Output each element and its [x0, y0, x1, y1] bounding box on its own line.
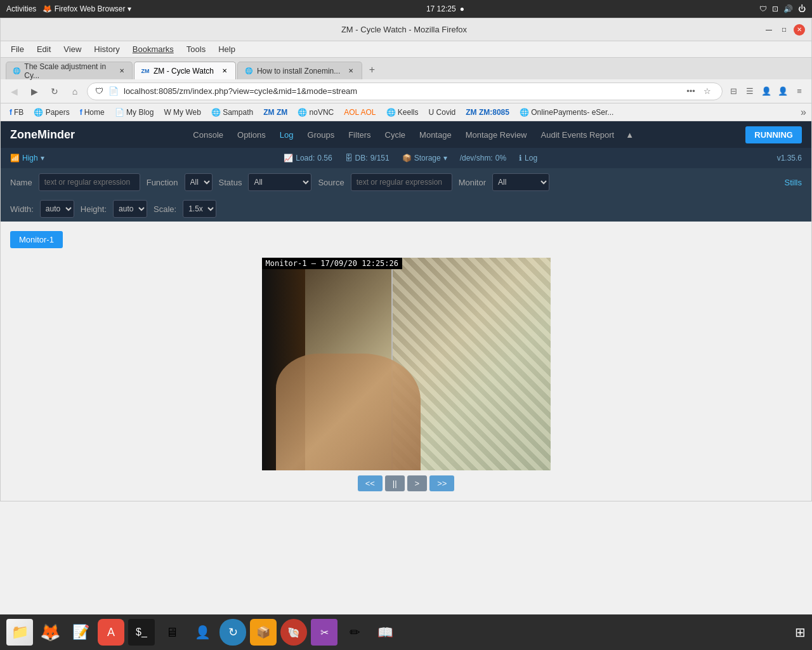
menu-file[interactable]: File [6, 43, 29, 55]
home-button[interactable]: ⌂ [67, 83, 83, 100]
taskbar-users[interactable]: 👤 [189, 619, 216, 646]
close-button[interactable]: ✕ [794, 24, 805, 36]
signal-level[interactable]: High [22, 154, 38, 162]
menu-tools[interactable]: Tools [181, 43, 211, 55]
os-dot: ● [460, 4, 464, 13]
menu-bookmarks[interactable]: Bookmarks [128, 43, 179, 55]
new-tab-button[interactable]: + [363, 62, 380, 78]
bookmark-star-icon[interactable]: ☆ [700, 84, 714, 98]
taskbar-screenshot[interactable]: ✂ [311, 619, 337, 646]
nav-cycle[interactable]: Cycle [379, 127, 412, 143]
back-button[interactable]: ◀ [6, 83, 22, 100]
tab-1[interactable]: 🌐 The Scale adjustment in Cy... ✕ [6, 62, 133, 79]
menu-bar: File Edit View History Bookmarks Tools H… [1, 41, 811, 58]
menu-history[interactable]: History [89, 43, 124, 55]
menu-icon[interactable]: ≡ [792, 84, 806, 98]
taskbar-vbox[interactable]: 🖥 [159, 619, 185, 646]
menu-edit[interactable]: Edit [32, 43, 56, 55]
feed-container: Monitor-1 — 17/09/20 12:25:26 << || > >> [10, 258, 802, 491]
bm-home[interactable]: f Home [76, 107, 108, 118]
nav-caret: ▲ [625, 130, 634, 140]
bm-keells[interactable]: 🌐 Keells [383, 107, 422, 118]
height-select[interactable]: auto [113, 200, 147, 218]
bm-covid[interactable]: U Covid [425, 107, 460, 118]
nav-groups[interactable]: Groups [301, 127, 341, 143]
sound-icon: 🔊 [783, 4, 793, 13]
taskbar-update[interactable]: ↻ [219, 619, 246, 646]
activities-label[interactable]: Activities [6, 4, 36, 13]
nav-filters[interactable]: Filters [342, 127, 377, 143]
taskbar-reader[interactable]: 📖 [372, 619, 398, 646]
monitor1-button[interactable]: Monitor-1 [10, 231, 63, 248]
bm-onlinepayments[interactable]: 🌐 OnlinePayments- eSer... [516, 107, 617, 118]
nav-audit[interactable]: Audit Events Report [535, 127, 621, 143]
taskbar-gedit[interactable]: ✏ [341, 619, 368, 646]
scale-select[interactable]: 1.5x [183, 200, 216, 218]
tab1-close[interactable]: ✕ [118, 67, 126, 76]
tab-2[interactable]: ZM ZM - Cycle Watch ✕ [134, 62, 236, 79]
shm-label: /dev/shm: [460, 154, 493, 162]
title-bar: ZM - Cycle Watch - Mozilla Firefox — □ ✕ [1, 18, 811, 41]
stills-link[interactable]: Stills [785, 178, 802, 187]
forward-button[interactable]: ▶ [26, 83, 43, 100]
nav-montage-review[interactable]: Montage Review [459, 127, 534, 143]
reload-button[interactable]: ↻ [46, 83, 63, 100]
taskbar-anaconda[interactable]: 🐚 [280, 619, 307, 646]
sync-icon[interactable]: 👤 [759, 84, 773, 98]
network-icon: 🛡 [759, 4, 767, 13]
bm-fb[interactable]: f FB [6, 107, 27, 118]
monitor-select[interactable]: All [492, 173, 549, 191]
bm-aol[interactable]: AOL AOL [340, 107, 379, 118]
rewind-button[interactable]: << [358, 475, 383, 491]
taskbar-appstore[interactable]: A [98, 619, 124, 646]
maximize-button[interactable]: □ [778, 24, 790, 36]
skip-forward-button[interactable]: >> [429, 475, 454, 491]
collections-icon[interactable]: ⊟ [726, 84, 740, 98]
storage-item[interactable]: 📦 Storage ▾ [402, 154, 447, 162]
taskbar-terminal[interactable]: $_ [128, 619, 155, 646]
playback-controls: << || > >> [358, 475, 455, 491]
nav-options[interactable]: Options [231, 127, 272, 143]
minimize-button[interactable]: — [763, 24, 775, 36]
app-grid-button[interactable]: ⊞ [795, 625, 806, 640]
source-label: Source [318, 178, 344, 187]
nav-log[interactable]: Log [273, 127, 300, 143]
tab-3[interactable]: 🌐 How to install Zonemin... ✕ [237, 62, 362, 79]
tab3-close[interactable]: ✕ [346, 67, 355, 76]
source-input[interactable] [351, 173, 452, 191]
nav-montage[interactable]: Montage [413, 127, 458, 143]
menu-help[interactable]: Help [213, 43, 240, 55]
address-input-container[interactable]: 🛡 📄 localhost:8085/zm/index.php?view=cyc… [87, 83, 723, 100]
bm-myweb[interactable]: W My Web [160, 107, 204, 118]
bm-novnc[interactable]: 🌐 noVNC [294, 107, 337, 118]
width-select[interactable]: auto [40, 200, 74, 218]
account-icon[interactable]: 👤 [776, 84, 790, 98]
bm-zm[interactable]: ZM ZM [259, 107, 291, 118]
name-input[interactable] [39, 173, 140, 191]
bm-zm8085[interactable]: ZM ZM:8085 [462, 107, 513, 118]
log-item[interactable]: ℹ Log [519, 154, 537, 162]
reader-icon[interactable]: ☰ [743, 84, 757, 98]
bm-sampath[interactable]: 🌐 Sampath [207, 107, 257, 118]
firefox-window: ZM - Cycle Watch - Mozilla Firefox — □ ✕… [0, 18, 812, 501]
taskbar-files[interactable]: 📁 [6, 619, 33, 646]
function-select[interactable]: All [185, 173, 213, 191]
toolbar-icons: ⊟ ☰ 👤 👤 ≡ [726, 84, 806, 98]
bm-papers[interactable]: 🌐 Papers [30, 107, 73, 118]
play-forward-button[interactable]: > [407, 475, 428, 491]
nav-console[interactable]: Console [187, 127, 230, 143]
bm-myblog[interactable]: 📄 My Blog [111, 107, 158, 118]
status-select[interactable]: All [248, 173, 311, 191]
taskbar-writer[interactable]: 📝 [67, 619, 94, 646]
bookmarks-overflow[interactable]: » [801, 107, 806, 118]
zm-brand[interactable]: ZoneMinder [10, 128, 75, 142]
tab2-close[interactable]: ✕ [220, 67, 229, 76]
signal-caret: ▾ [41, 154, 44, 162]
taskbar-firefox[interactable]: 🦊 [37, 619, 63, 646]
menu-view[interactable]: View [58, 43, 86, 55]
pause-button[interactable]: || [385, 475, 405, 491]
taskbar-notes[interactable]: 📦 [250, 619, 277, 646]
function-label: Function [147, 178, 178, 187]
bookmarks-bar: f FB 🌐 Papers f Home 📄 My Blog W My Web … [1, 103, 811, 121]
more-icon[interactable]: ••• [684, 84, 698, 98]
